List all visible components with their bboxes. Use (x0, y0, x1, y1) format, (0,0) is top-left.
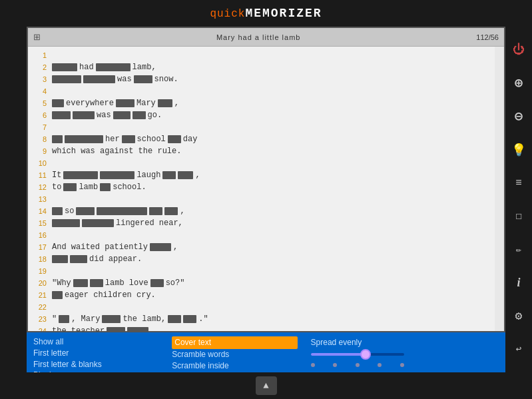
table-row: 8 her school day (33, 133, 489, 145)
covered-word (52, 255, 68, 263)
header-title: Mary had a little lamb (41, 33, 476, 41)
covered-word (52, 291, 63, 299)
covered-word (164, 207, 178, 215)
table-row: 1 (33, 49, 489, 61)
covered-word (73, 279, 88, 287)
covered-word (162, 171, 176, 179)
slider-track[interactable] (311, 353, 404, 356)
table-row: 24 the teacher . (33, 325, 489, 331)
covered-word (59, 315, 69, 323)
zoom-in-icon[interactable]: ⊕ (509, 73, 529, 93)
table-row: 12 to lamb school. (33, 181, 489, 193)
settings-icon[interactable]: ⚙ (509, 306, 529, 326)
top-bar: quickMEMORIZER (0, 0, 532, 27)
table-row: 16 (33, 229, 489, 241)
covered-word (149, 207, 162, 215)
bottom-nav: ▲ (0, 372, 532, 399)
table-row: 20 "Why lamb love so?" (33, 277, 489, 289)
list-icon[interactable]: ≡ (509, 173, 529, 193)
covered-word (168, 135, 181, 143)
covered-word (52, 219, 80, 227)
main-area: ⊞ Mary had a little lamb 112/56 1 2 had … (27, 27, 505, 332)
text-content[interactable]: 1 2 had lamb, 3 was snow. (28, 47, 495, 331)
covered-word (178, 171, 193, 179)
page-icon[interactable]: ☐ (509, 206, 529, 226)
first-letter-blanks-option[interactable]: First letter & blanks (33, 359, 158, 370)
content-header: ⊞ Mary had a little lamb 112/56 (28, 28, 504, 47)
bottom-col-3: Spread evenly (304, 332, 505, 372)
table-row: 13 (33, 193, 489, 205)
scramble-inside-option[interactable]: Scramble inside (172, 360, 297, 372)
back-icon[interactable]: ↩ (509, 339, 529, 359)
title-quick: quick (210, 8, 245, 20)
covered-word (70, 255, 87, 263)
show-all-option[interactable]: Show all (33, 336, 158, 348)
header-count: 112/56 (476, 33, 499, 41)
table-row: 17 And waited patiently , (33, 241, 489, 253)
bottom-bar: Show all First letter First letter & bla… (27, 332, 505, 372)
table-row: 9 which was against the rule. (33, 145, 489, 157)
covered-word (52, 63, 77, 71)
spread-evenly-label: Spread evenly (311, 338, 499, 347)
bulb-icon[interactable]: 💡 (509, 140, 529, 160)
slider-dot (333, 363, 337, 367)
covered-word (122, 135, 135, 143)
info-icon[interactable]: i (509, 272, 529, 292)
covered-word (133, 111, 146, 119)
table-row: 19 (33, 265, 489, 277)
table-row: 6 was go. (33, 109, 489, 121)
covered-word (83, 75, 115, 83)
covered-word (96, 63, 131, 71)
covered-word (73, 111, 95, 119)
covered-word (116, 99, 134, 107)
header-menu-icon: ⊞ (33, 32, 41, 42)
zoom-out-icon[interactable]: ⊖ (509, 107, 529, 127)
bottom-col-2: Cover text Scramble words Scramble insid… (165, 332, 304, 372)
table-row: 22 (33, 301, 489, 313)
covered-word (127, 327, 148, 331)
nav-up-button[interactable]: ▲ (256, 376, 277, 395)
table-row: 18 did appear. (33, 253, 489, 265)
covered-word (134, 75, 152, 83)
covered-word (168, 315, 181, 323)
edit-icon[interactable]: ✏ (509, 239, 529, 259)
covered-word (82, 219, 114, 227)
table-row: 4 (33, 85, 489, 97)
table-row: 3 was snow. (33, 73, 489, 85)
covered-word (52, 99, 64, 107)
table-row: 21 eager children cry. (33, 289, 489, 301)
slider-thumb[interactable] (360, 349, 371, 360)
table-row: 15 lingered near, (33, 217, 489, 229)
cover-text-option[interactable]: Cover text (172, 336, 297, 349)
first-letter-option[interactable]: First letter (33, 348, 158, 359)
left-sidebar (0, 27, 27, 372)
covered-word (100, 171, 134, 179)
slider-fill (311, 353, 362, 356)
slider-dot (356, 363, 360, 367)
covered-word (183, 315, 196, 323)
table-row: 14 so , (33, 205, 489, 217)
app-title: quickMEMORIZER (210, 7, 322, 20)
covered-word (90, 279, 103, 287)
covered-word (113, 111, 131, 119)
table-row: 2 had lamb, (33, 61, 489, 73)
right-sidebar: ⏻ ⊕ ⊖ 💡 ≡ ☐ ✏ i ⚙ ↩ (505, 27, 532, 372)
covered-word (52, 75, 81, 83)
covered-word (100, 183, 111, 191)
scramble-words-option[interactable]: Scramble words (172, 349, 297, 360)
covered-word (63, 171, 98, 179)
table-row: 5 everywhere Mary , (33, 97, 489, 109)
slider-dot (400, 363, 404, 367)
power-icon[interactable]: ⏻ (509, 40, 529, 60)
bottom-col-1: Show all First letter First letter & bla… (27, 332, 165, 372)
title-memorizer: MEMORIZER (245, 7, 322, 20)
slider-dots (311, 363, 404, 367)
covered-word (52, 135, 63, 143)
table-row: 10 (33, 157, 489, 169)
covered-word (150, 243, 171, 251)
slider-container[interactable] (311, 353, 499, 356)
covered-word (107, 327, 125, 331)
table-row: 7 (33, 121, 489, 133)
covered-word (150, 279, 164, 287)
covered-word (102, 315, 121, 323)
